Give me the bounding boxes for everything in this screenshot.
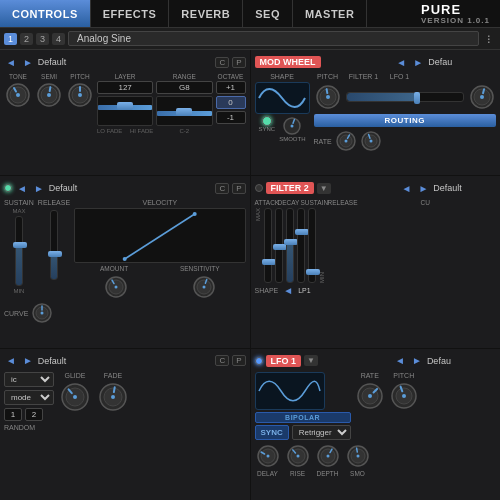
envelope-led[interactable]: [4, 184, 12, 192]
controls-copy-btn[interactable]: C: [215, 57, 229, 68]
f2-sustain-fader[interactable]: [286, 208, 294, 283]
lfo1-pitch-knob[interactable]: [389, 381, 419, 411]
lp1-label: LP1: [298, 287, 310, 294]
range-value[interactable]: G8: [156, 81, 212, 94]
lfo1-wave-section: BIPOLAR SYNC Retrigger: [255, 372, 351, 440]
layer-fader[interactable]: [97, 96, 153, 126]
svg-point-46: [402, 394, 406, 398]
preset-num-4[interactable]: 4: [52, 33, 65, 45]
modwheel-next[interactable]: ►: [411, 57, 425, 68]
bl-next[interactable]: ►: [21, 355, 35, 366]
range-fader[interactable]: [156, 96, 212, 126]
bl-num1[interactable]: 1: [4, 408, 22, 421]
delay-knob[interactable]: [255, 443, 281, 469]
rise-knob[interactable]: [285, 443, 311, 469]
bl-paste-btn[interactable]: P: [232, 355, 245, 366]
lfo1-next[interactable]: ►: [410, 355, 424, 366]
mw-lfo1-knob[interactable]: [468, 83, 496, 111]
smooth-knob2[interactable]: [345, 443, 371, 469]
tone-knob[interactable]: [4, 81, 32, 109]
octave-plus[interactable]: +1: [216, 81, 246, 94]
lfo1-dropdown[interactable]: ▼: [304, 355, 318, 366]
env-paste-btn[interactable]: P: [232, 183, 245, 194]
curve-label: CURVE: [4, 310, 28, 317]
svg-point-10: [291, 125, 294, 128]
depth-knob[interactable]: [315, 443, 341, 469]
bl-num2[interactable]: 2: [25, 408, 43, 421]
tab-controls[interactable]: CONTROLS: [0, 0, 91, 27]
layer-control: 127 LO FADE HI FADE: [97, 81, 153, 134]
routing-button[interactable]: ROUTING: [314, 114, 497, 127]
controls-next-arrow[interactable]: ►: [21, 57, 35, 68]
modwheel-panel: MOD WHEEL ◄ ► Defau SHAPE SYNC: [251, 50, 501, 175]
preset-num-1[interactable]: 1: [4, 33, 17, 45]
rate-knob[interactable]: [335, 130, 357, 152]
depth-label: DEPTH: [316, 470, 338, 477]
amount-knob[interactable]: [103, 274, 129, 300]
env-next[interactable]: ►: [32, 183, 46, 194]
decay-fader[interactable]: [275, 208, 283, 283]
sustain-fader[interactable]: [15, 216, 23, 286]
octave-zero[interactable]: 0: [216, 96, 246, 109]
filter2-prev[interactable]: ◄: [399, 183, 413, 194]
release-label: RELEASE: [38, 199, 70, 206]
attack-fader[interactable]: [264, 208, 272, 283]
fade-knob[interactable]: [96, 380, 130, 414]
lfo1-waveform[interactable]: [255, 372, 325, 410]
shape-section: SHAPE SYNC: [255, 73, 310, 142]
octave-control: +1 0 -1: [216, 81, 246, 124]
bl-copy-btn[interactable]: C: [215, 355, 229, 366]
bottom-left-header: ◄ ► Default C P: [4, 353, 246, 369]
shape-prev[interactable]: ◄: [281, 285, 295, 296]
sync-led[interactable]: [262, 116, 272, 126]
smooth-knob[interactable]: [282, 116, 302, 136]
filter1-slider[interactable]: [346, 92, 465, 102]
env-copy-btn[interactable]: C: [215, 183, 229, 194]
lfo1-rate-knob[interactable]: [355, 381, 385, 411]
sensitivity-label: SENSITIVITY: [180, 265, 220, 272]
sensitivity-knob[interactable]: [191, 274, 217, 300]
f2-sustain-label: SUSTAIN: [301, 199, 325, 206]
env-prev[interactable]: ◄: [15, 183, 29, 194]
layer-value[interactable]: 127: [97, 81, 153, 94]
curve-knob[interactable]: [31, 302, 53, 324]
mw-pitch-knob[interactable]: [314, 83, 342, 111]
vel-amount-sensitivity: AMOUNT SENSITIVITY: [74, 265, 245, 272]
pitch-knob[interactable]: [66, 81, 94, 109]
octave-minus[interactable]: -1: [216, 111, 246, 124]
modwheel-prev[interactable]: ◄: [394, 57, 408, 68]
bl-mode-select[interactable]: mode: [4, 390, 54, 405]
bl-dropdown1[interactable]: ic: [4, 372, 54, 387]
preset-num-3[interactable]: 3: [36, 33, 49, 45]
tab-master[interactable]: MASTER: [293, 0, 367, 27]
retrigger-select[interactable]: Retrigger: [292, 425, 351, 440]
smooth-label: SMOOTH: [279, 136, 305, 142]
filter2-dropdown[interactable]: ▼: [317, 183, 331, 194]
envelope-panel: ◄ ► Default C P SUSTAIN MAX MIN RELEASE: [0, 176, 250, 347]
svg-point-40: [111, 395, 115, 399]
velocity-graph[interactable]: [74, 208, 245, 263]
preset-sliders-icon[interactable]: ⫶: [482, 32, 496, 46]
tab-seq[interactable]: SEQ: [243, 0, 293, 27]
rate-knob2[interactable]: [360, 130, 382, 152]
glide-knob[interactable]: [58, 380, 92, 414]
bl-prev[interactable]: ◄: [4, 355, 18, 366]
controls-paste-btn[interactable]: P: [232, 57, 245, 68]
filter2-led[interactable]: [255, 184, 263, 192]
f2-release-fader[interactable]: [297, 208, 305, 283]
f2-cut-fader[interactable]: [308, 208, 316, 283]
preset-num-2[interactable]: 2: [20, 33, 33, 45]
tab-reverb[interactable]: REVERB: [169, 0, 243, 27]
lfo1-prev[interactable]: ◄: [393, 355, 407, 366]
lfo1-led[interactable]: [255, 357, 263, 365]
semitone-knob[interactable]: [35, 81, 63, 109]
bipolar-button[interactable]: BIPOLAR: [255, 412, 351, 423]
sustain-fader-container: SUSTAIN MAX MIN: [4, 199, 34, 294]
tab-effects[interactable]: EFFECTS: [91, 0, 170, 27]
filter2-next[interactable]: ►: [416, 183, 430, 194]
app-logo: PURE VERSION 1.0.1: [411, 2, 500, 25]
controls-prev-arrow[interactable]: ◄: [4, 57, 18, 68]
waveform-display[interactable]: [255, 82, 310, 114]
lfo1-sync-button[interactable]: SYNC: [255, 425, 289, 440]
release-fader[interactable]: [50, 210, 58, 280]
